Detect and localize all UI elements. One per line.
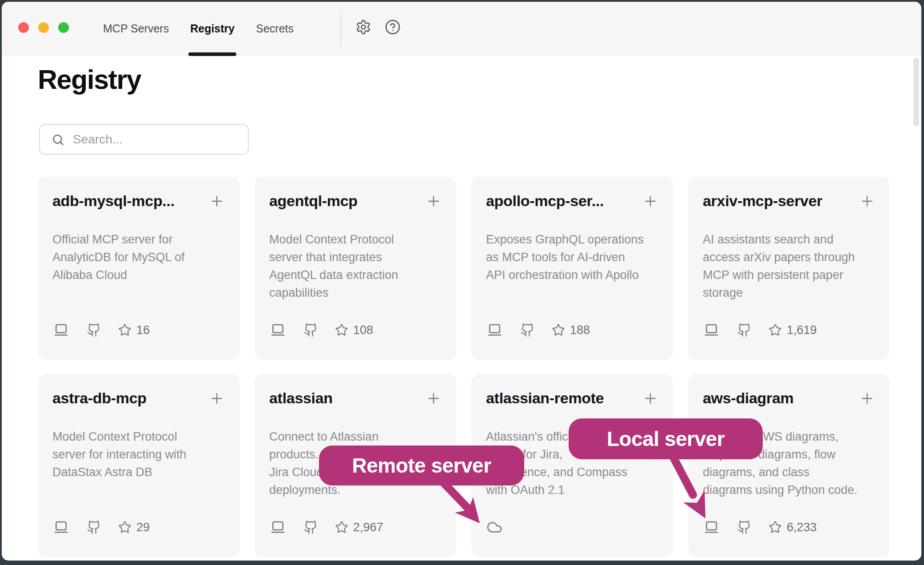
plus-icon (860, 194, 875, 209)
github-icon[interactable] (737, 520, 752, 535)
scrollbar-thumb[interactable] (913, 58, 919, 126)
star-count: 108 (353, 323, 373, 337)
star-group: 188 (552, 323, 590, 337)
star-icon (118, 521, 131, 534)
laptop-icon (269, 519, 287, 535)
add-server-button[interactable] (643, 391, 658, 406)
cloud-icon (486, 519, 503, 535)
card-title: agentql-mcp (269, 192, 358, 210)
add-server-button[interactable] (426, 391, 441, 406)
github-icon[interactable] (520, 322, 535, 338)
laptop-icon (269, 322, 287, 338)
laptop-icon (52, 519, 70, 535)
github-icon[interactable] (303, 520, 318, 535)
card-description: Exposes GraphQL operations as MCP tools … (486, 231, 664, 284)
star-icon (769, 323, 782, 337)
card-description: Official MCP server for AnalyticDB for M… (52, 231, 230, 284)
plus-icon (643, 391, 658, 406)
server-card[interactable]: apollo-mcp-ser... Exposes GraphQL operat… (471, 177, 673, 360)
star-count: 6,233 (787, 521, 817, 534)
card-footer (486, 518, 664, 536)
card-footer: 29 (52, 518, 231, 536)
star-icon (335, 521, 348, 534)
card-footer: 1,619 (703, 321, 881, 339)
card-footer: 108 (269, 321, 447, 339)
star-count: 1,619 (787, 323, 817, 337)
add-server-button[interactable] (860, 194, 875, 209)
card-footer: 6,233 (703, 518, 881, 536)
star-icon (769, 521, 782, 534)
github-icon[interactable] (737, 322, 752, 338)
card-title: atlassian (269, 389, 333, 407)
add-server-button[interactable] (209, 194, 224, 209)
server-card[interactable]: aws-diagram Generate AWS diagrams, seque… (688, 374, 890, 557)
card-title: aws-diagram (703, 389, 794, 407)
star-count: 16 (136, 323, 150, 337)
plus-icon (426, 391, 441, 406)
star-group: 6,233 (769, 521, 817, 534)
callout-label: Remote server (352, 454, 491, 477)
star-icon (118, 323, 131, 337)
server-card[interactable]: arxiv-mcp-server AI assistants search an… (688, 177, 890, 360)
card-description: AI assistants search and access arXiv pa… (703, 231, 880, 302)
card-description: Model Context Protocol server that integ… (269, 231, 447, 302)
laptop-icon (486, 322, 503, 338)
server-card[interactable]: adb-mysql-mcp... Official MCP server for… (38, 177, 239, 360)
github-icon[interactable] (303, 322, 318, 338)
card-title: apollo-mcp-ser... (486, 192, 604, 210)
add-server-button[interactable] (643, 194, 658, 209)
star-group: 108 (335, 323, 373, 337)
star-icon (552, 323, 565, 337)
card-title: atlassian-remote (486, 389, 604, 407)
star-icon (335, 323, 348, 337)
laptop-icon (703, 322, 720, 338)
plus-icon (426, 194, 441, 209)
laptop-icon (703, 519, 720, 535)
card-footer: 2,967 (269, 518, 447, 536)
card-title: adb-mysql-mcp... (52, 192, 175, 210)
star-count: 29 (136, 521, 150, 534)
laptop-icon (52, 322, 70, 338)
star-count: 2,967 (353, 521, 383, 534)
star-group: 1,619 (769, 323, 817, 337)
plus-icon (860, 391, 875, 406)
local-server-callout: Local server (569, 418, 763, 459)
remote-server-callout: Remote server (319, 446, 524, 485)
plus-icon (209, 391, 224, 406)
card-description: Model Context Protocol server for intera… (52, 428, 230, 481)
card-footer: 16 (52, 321, 231, 339)
add-server-button[interactable] (209, 391, 224, 406)
plus-icon (643, 194, 658, 209)
callout-label: Local server (607, 427, 725, 451)
add-server-button[interactable] (860, 391, 875, 406)
github-icon[interactable] (87, 322, 101, 338)
star-count: 188 (570, 323, 590, 337)
github-icon[interactable] (87, 520, 101, 535)
add-server-button[interactable] (426, 194, 441, 209)
card-title: arxiv-mcp-server (703, 192, 822, 210)
card-title: astra-db-mcp (52, 389, 147, 407)
plus-icon (209, 194, 224, 209)
card-footer: 188 (486, 321, 664, 339)
star-group: 29 (118, 521, 150, 534)
server-card[interactable]: agentql-mcp Model Context Protocol serve… (255, 177, 456, 360)
star-group: 16 (118, 323, 150, 337)
server-card[interactable]: astra-db-mcp Model Context Protocol serv… (38, 374, 239, 557)
app-window: MCP Servers Registry Secrets (2, 2, 921, 561)
star-group: 2,967 (335, 521, 383, 534)
